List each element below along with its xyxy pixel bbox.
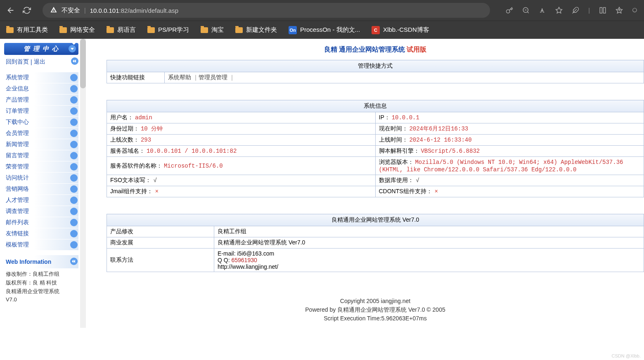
sidebar-menu-item[interactable]: 荣誉管理	[4, 161, 78, 172]
sidebar-menu-item[interactable]: 营销网络	[4, 184, 78, 194]
footer: Copyright 2005 iangjing.net Powered by 良…	[107, 289, 644, 331]
sidebar-menu-item[interactable]: 留言管理	[4, 150, 78, 161]
menu-link[interactable]: 人才管理	[6, 197, 29, 204]
read-aloud-icon[interactable]	[539, 7, 546, 14]
qq-link[interactable]: 65961930	[231, 257, 257, 263]
web-info-body: 修改制作：良精工作组版权所有：良 精 科技良精通用企业管理系统V7.0	[4, 268, 78, 306]
sidebar-menu-item[interactable]: 调查管理	[4, 206, 78, 217]
bookmark-item[interactable]: 易语言	[107, 26, 136, 34]
web-info-line: 修改制作：良精工作组	[6, 270, 77, 279]
svg-marker-3	[556, 7, 562, 13]
bookmark-item[interactable]: PS/PR学习	[147, 26, 189, 34]
sidebar-menu: 系统管理企业信息产品管理订单管理下载中心会员管理新闻管理留言管理荣誉管理访问统计…	[4, 72, 78, 250]
address-bar[interactable]: 不安全 | 10.0.0.101:82/admin/default.asp	[43, 3, 490, 18]
bookmark-label: 淘宝	[211, 26, 224, 34]
home-link[interactable]: 回到首页	[6, 58, 29, 66]
app-icon: On	[289, 26, 297, 34]
menu-link[interactable]: 订单管理	[6, 107, 29, 115]
contact-value: E-mail: i5i6@163.com Q Q: 65961930 http:…	[214, 249, 644, 272]
app-icon: C	[372, 26, 380, 34]
chevron-down-icon[interactable]	[69, 45, 76, 52]
bookmark-item[interactable]: 新建文件夹	[235, 26, 277, 34]
menu-link[interactable]: 留言管理	[6, 152, 29, 159]
sysinfo-row: 服务器域名： 10.0.0.101 / 10.0.0.101:82脚本解释引擎：…	[107, 146, 644, 157]
bookmarks-bar: 有用工具类网络安全易语言PS/PR学习淘宝新建文件夹OnProcessOn - …	[0, 21, 644, 39]
shortcut-links: 系统帮助｜管理员管理｜	[165, 72, 644, 83]
web-info-header: Web Information	[4, 255, 78, 268]
extensions-icon[interactable]	[572, 7, 579, 14]
menu-link[interactable]: 调查管理	[6, 208, 29, 215]
sidebar-menu-item[interactable]: 产品管理	[4, 95, 78, 105]
version-row: 产品修改良精工作组	[107, 226, 644, 237]
chevron-double-down-icon	[70, 208, 78, 215]
contact-label: 联系方法	[107, 249, 214, 272]
version-row: 商业发展良精通用企业网站管理系统 Ver7.0	[107, 237, 644, 249]
bookmark-item[interactable]: 淘宝	[201, 26, 224, 34]
chevron-double-down-icon	[70, 174, 78, 182]
bookmark-item[interactable]: 网络安全	[59, 26, 95, 34]
sidebar-menu-item[interactable]: 会员管理	[4, 128, 78, 139]
bookmark-item[interactable]: CXlbb.-CSDN博客	[372, 26, 429, 34]
svg-rect-6	[604, 7, 606, 13]
menu-link[interactable]: 下载中心	[6, 118, 29, 126]
page-title: 良精 通用企业网站管理系统 试用版	[107, 43, 644, 60]
scrollbar-thumb[interactable]	[80, 39, 86, 88]
chevron-double-down-icon	[70, 152, 78, 159]
bookmark-item[interactable]: 有用工具类	[6, 26, 48, 34]
menu-link[interactable]: 荣誉管理	[6, 163, 29, 171]
bookmark-label: 网络安全	[70, 26, 95, 34]
folder-icon	[235, 27, 243, 33]
sysinfo-row: 上线次数： 293上线时间： 2024-6-12 16:33:40	[107, 135, 644, 146]
chevron-double-down-icon	[70, 96, 78, 104]
menu-link[interactable]: 会员管理	[6, 130, 29, 137]
menu-link[interactable]: 产品管理	[6, 96, 29, 104]
menu-link[interactable]: 营销网络	[6, 185, 29, 193]
sidebar-menu-item[interactable]: 邮件列表	[4, 217, 78, 228]
folder-icon	[147, 27, 155, 33]
back-button[interactable]	[6, 6, 15, 15]
chevron-left-icon[interactable]	[70, 258, 78, 265]
key-icon[interactable]	[506, 7, 513, 14]
menu-link[interactable]: 企业信息	[6, 85, 29, 92]
sysinfo-row: 服务器软件的名称： Microsoft-IIS/6.0浏览器版本： Mozill…	[107, 157, 644, 175]
chevron-double-down-icon	[70, 118, 78, 126]
split-screen-icon[interactable]	[599, 7, 606, 14]
sidebar-menu-item[interactable]: 新闻管理	[4, 139, 78, 150]
menu-link[interactable]: 模板管理	[6, 241, 29, 249]
menu-link[interactable]: 友情链接	[6, 230, 29, 237]
bookmark-label: PS/PR学习	[158, 26, 189, 34]
sidebar-menu-item[interactable]: 企业信息	[4, 83, 78, 94]
sidebar-menu-item[interactable]: 友情链接	[4, 228, 78, 239]
bookmark-label: Xlbb.-CSDN博客	[383, 26, 429, 34]
menu-link[interactable]: 新闻管理	[6, 141, 29, 148]
sidebar-menu-item[interactable]: 下载中心	[4, 117, 78, 128]
zoom-out-icon[interactable]	[522, 7, 530, 14]
menu-link[interactable]: 系统管理	[6, 74, 29, 81]
more-icon[interactable]	[632, 7, 638, 14]
security-label: 不安全	[62, 7, 80, 14]
collections-icon[interactable]	[616, 7, 623, 14]
bookmark-label: 有用工具类	[17, 26, 48, 34]
sidebar-menu-item[interactable]: 人才管理	[4, 195, 78, 206]
menu-link[interactable]: 访问统计	[6, 174, 29, 182]
chevron-double-down-icon	[70, 197, 78, 204]
security-warning-icon	[50, 6, 57, 15]
sidebar-menu-item[interactable]: 访问统计	[4, 173, 78, 183]
logout-link[interactable]: 退出	[34, 58, 45, 66]
chevron-double-down-icon	[70, 185, 78, 193]
refresh-button[interactable]	[23, 6, 31, 14]
svg-line-1	[528, 12, 529, 13]
menu-link[interactable]: 邮件列表	[6, 219, 29, 226]
chevron-double-down-icon	[70, 230, 78, 237]
bookmark-label: 新建文件夹	[246, 26, 277, 34]
sidebar-menu-item[interactable]: 模板管理	[4, 239, 78, 250]
sidebar-menu-item[interactable]: 订单管理	[4, 106, 78, 116]
chevron-left-icon[interactable]	[71, 57, 78, 65]
shortcut-link[interactable]: 系统帮助	[168, 74, 191, 81]
chevron-double-down-icon	[70, 107, 78, 115]
scrollbar[interactable]	[80, 39, 86, 328]
shortcut-link[interactable]: 管理员管理	[199, 74, 227, 81]
bookmark-item[interactable]: OnProcessOn - 我的文...	[289, 26, 360, 34]
favorite-icon[interactable]	[555, 7, 563, 14]
sidebar-menu-item[interactable]: 系统管理	[4, 72, 78, 83]
